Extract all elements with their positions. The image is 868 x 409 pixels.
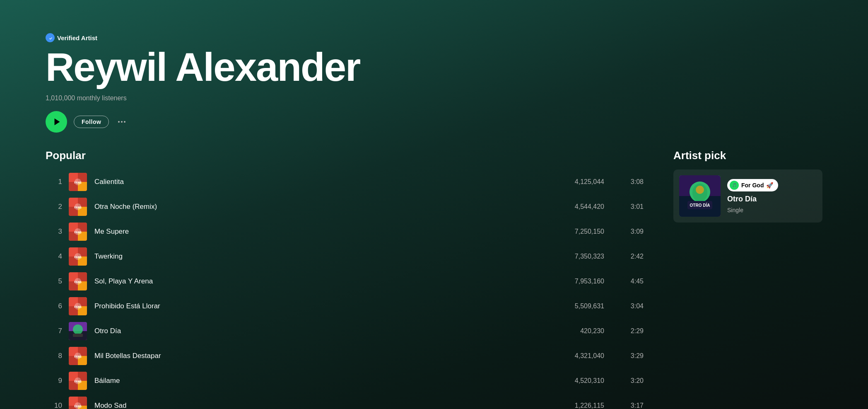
track-duration: 3:20	[621, 377, 644, 385]
track-thumbnail: FANS	[69, 347, 87, 365]
track-row[interactable]: 1 FANS Calientita	[46, 169, 649, 194]
main-layout: Popular 1 FANS	[46, 149, 822, 409]
artist-pick-title: Artist pick	[673, 149, 822, 162]
track-duration: 3:17	[621, 402, 644, 409]
popular-section-title: Popular	[46, 149, 649, 162]
track-title: Me Supere	[94, 227, 550, 236]
verified-badge: Verified Artist	[46, 33, 822, 42]
track-thumbnail: FANS	[69, 272, 87, 290]
album-art-10: FANS	[69, 397, 87, 409]
artist-pick-album-art: OTRO DÍA	[679, 175, 721, 217]
track-plays: 4,125,044	[550, 178, 604, 186]
svg-text:FANS: FANS	[74, 355, 82, 358]
track-row[interactable]: 9 FANS Báilame 4,5	[46, 368, 649, 393]
track-thumbnail: FANS	[69, 297, 87, 315]
artist-pick-song-type: Single	[727, 207, 778, 213]
monthly-listeners: 1,010,000 monthly listeners	[46, 94, 822, 102]
svg-text:FANS: FANS	[74, 405, 82, 408]
track-thumbnail	[69, 322, 87, 340]
track-row[interactable]: 10 FANS Modo Sad 1	[46, 393, 649, 409]
album-art-9: FANS	[69, 372, 87, 390]
track-row[interactable]: 2 FANS Otra Noche (Remix)	[46, 194, 649, 219]
page-container: Verified Artist Reywil Alexander 1,010,0…	[0, 0, 868, 409]
track-plays: 5,509,631	[550, 303, 604, 310]
artist-pick-info: 🎵 For God 🚀 Otro Día Single	[727, 179, 778, 213]
album-art-3: FANS	[69, 223, 87, 241]
svg-text:FANS: FANS	[74, 181, 82, 184]
track-number: 9	[51, 377, 69, 385]
track-duration: 3:01	[621, 203, 644, 211]
track-thumbnail: FANS	[69, 247, 87, 266]
svg-point-33	[73, 324, 83, 334]
svg-rect-34	[73, 334, 83, 337]
track-row[interactable]: 8 FANS Mil Botellas Destapar	[46, 344, 649, 368]
track-plays: 7,953,160	[550, 278, 604, 285]
svg-point-54	[696, 186, 704, 194]
track-title: Modo Sad	[94, 402, 550, 409]
track-duration: 3:09	[621, 228, 644, 235]
svg-text:FANS: FANS	[74, 206, 82, 209]
artist-pick-song-name: Otro Día	[727, 195, 778, 203]
svg-marker-0	[54, 119, 60, 126]
track-title: Otra Noche (Remix)	[94, 203, 550, 211]
for-god-badge: 🎵 For God 🚀	[727, 179, 778, 191]
track-thumbnail: FANS	[69, 198, 87, 216]
track-title: Otro Día	[94, 327, 550, 335]
track-list: 1 FANS Calientita	[46, 169, 649, 409]
dot3	[124, 121, 125, 123]
artist-pick-section: Artist pick OTRO DÍA	[649, 149, 822, 409]
track-number: 6	[51, 302, 69, 310]
track-number: 4	[51, 252, 69, 261]
verified-text: Verified Artist	[57, 34, 97, 41]
dot1	[118, 121, 120, 123]
track-duration: 3:04	[621, 303, 644, 310]
track-thumbnail: FANS	[69, 173, 87, 191]
for-god-icon: 🎵	[730, 181, 739, 190]
svg-text:FANS: FANS	[74, 380, 82, 383]
track-row[interactable]: 7 Otro Día 420,230 2:29	[46, 319, 649, 344]
follow-button[interactable]: Follow	[74, 116, 109, 128]
track-title: Báilame	[94, 377, 550, 385]
album-art-1: FANS	[69, 173, 87, 191]
track-row[interactable]: 3 FANS Me Supere 7	[46, 219, 649, 244]
track-thumbnail: FANS	[69, 223, 87, 241]
track-plays: 7,250,150	[550, 228, 604, 235]
track-title: Mil Botellas Destapar	[94, 352, 550, 360]
track-plays: 1,226,115	[550, 402, 604, 409]
track-number: 1	[51, 178, 69, 186]
track-row[interactable]: 5 FANS Sol, Playa Y Arena	[46, 269, 649, 294]
track-title: Calientita	[94, 178, 550, 186]
svg-text:OTRO DÍA: OTRO DÍA	[690, 203, 710, 208]
track-title: Twerking	[94, 252, 550, 261]
track-thumbnail: FANS	[69, 397, 87, 409]
track-plays: 4,544,420	[550, 203, 604, 211]
for-god-label: For God	[741, 182, 764, 189]
svg-text:FANS: FANS	[74, 256, 82, 259]
track-row[interactable]: 4 FANS Twerking 7,	[46, 244, 649, 269]
play-button[interactable]	[46, 111, 67, 133]
svg-text:FANS: FANS	[74, 305, 82, 308]
track-row[interactable]: 6 FANS Prohibido Está Llorar	[46, 294, 649, 319]
track-number: 2	[51, 203, 69, 211]
track-number: 5	[51, 277, 69, 286]
track-number: 10	[51, 402, 69, 409]
album-art-8: FANS	[69, 347, 87, 365]
album-art-2: FANS	[69, 198, 87, 216]
svg-text:FANS: FANS	[74, 231, 82, 234]
album-art-5: FANS	[69, 272, 87, 290]
svg-text:🎵: 🎵	[732, 183, 737, 188]
track-title: Prohibido Está Llorar	[94, 302, 550, 310]
verified-icon	[46, 33, 55, 42]
dot2	[121, 121, 123, 123]
track-title: Sol, Playa Y Arena	[94, 277, 550, 286]
track-plays: 4,321,040	[550, 352, 604, 360]
more-options-button[interactable]	[116, 119, 128, 124]
tracks-section: Popular 1 FANS	[46, 149, 649, 409]
track-duration: 3:08	[621, 178, 644, 186]
album-art-4: FANS	[69, 247, 87, 266]
artist-pick-card[interactable]: OTRO DÍA 🎵 For God 🚀 Ot	[673, 169, 822, 223]
track-plays: 420,230	[550, 327, 604, 335]
action-row: Follow	[46, 111, 822, 133]
track-duration: 2:42	[621, 253, 644, 260]
track-duration: 4:45	[621, 278, 644, 285]
